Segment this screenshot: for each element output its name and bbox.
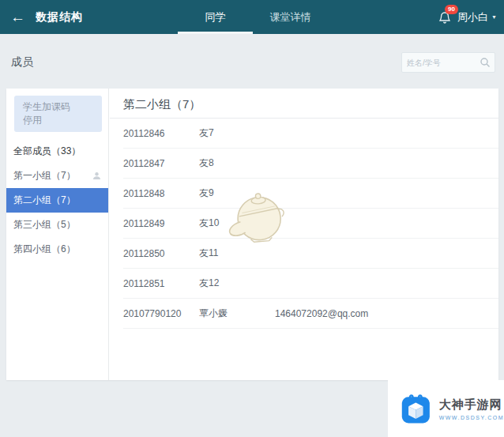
- topbar: ← 数据结构 同学 课堂详情 90 周小: [0, 0, 504, 34]
- tab-label: 课堂详情: [270, 11, 311, 23]
- table-row[interactable]: 20107790120 覃小媛 1464072092@qq.com: [123, 299, 498, 329]
- group-label: 第一小组（7）: [13, 169, 76, 183]
- site-url: WWW.DSDSY.COM: [439, 415, 504, 420]
- chevron-down-icon: ▼: [491, 14, 497, 20]
- table-row[interactable]: 20112848 友9: [123, 179, 498, 209]
- member-name: 覃小媛: [199, 307, 275, 320]
- table-row[interactable]: 20112851 友12: [123, 269, 498, 299]
- sidebar-group-item[interactable]: 第二小组（7）: [6, 188, 108, 213]
- sidebar-group-item[interactable]: 全部成员（33）: [6, 139, 108, 164]
- group-label: 第三小组（5）: [13, 218, 76, 232]
- notification-badge: 90: [445, 5, 458, 14]
- member-name: 友8: [199, 156, 275, 170]
- notification-bell-button[interactable]: 90: [438, 10, 452, 24]
- member-id: 20112851: [123, 278, 199, 289]
- group-title: 第二小组（7）: [110, 89, 498, 119]
- member-id: 20112847: [123, 158, 199, 169]
- table-row[interactable]: 20112849 友10: [123, 209, 498, 239]
- member-panel: 第二小组（7） 20112846 友7 20112847 友8: [110, 89, 498, 380]
- member-table: 20112846 友7 20112847 友8 20112848 友9: [110, 119, 498, 329]
- cube-logo-icon: [400, 391, 432, 426]
- group-list: 全部成员（33） 第一小组（7）: [6, 139, 108, 262]
- member-id: 20112850: [123, 248, 199, 259]
- member-name: 友7: [199, 126, 275, 140]
- member-name: 友10: [199, 217, 275, 230]
- member-email: 1464072092@qq.com: [275, 308, 498, 319]
- table-row[interactable]: 20112846 友7: [123, 119, 498, 149]
- tab-label: 同学: [205, 11, 226, 23]
- member-id: 20112848: [123, 188, 199, 199]
- page-title: 成员: [11, 55, 33, 70]
- join-code-status: 停用: [23, 114, 93, 127]
- table-row[interactable]: 20112850 友11: [123, 239, 498, 269]
- members-card: 学生加课码 停用 全部成员（33）: [6, 89, 498, 380]
- search-input[interactable]: [407, 54, 480, 71]
- sidebar-group-item[interactable]: 第一小组（7）: [6, 164, 108, 188]
- search-box: [401, 52, 495, 73]
- back-arrow-icon[interactable]: ←: [10, 9, 25, 24]
- group-label: 全部成员（33）: [13, 145, 81, 158]
- member-id: 20107790120: [123, 308, 199, 319]
- site-name: 大神手游网: [439, 397, 504, 413]
- tab[interactable]: 同学: [178, 0, 253, 34]
- join-code-box[interactable]: 学生加课码 停用: [14, 96, 102, 132]
- tab[interactable]: 课堂详情: [253, 0, 328, 34]
- site-logo: 大神手游网 WWW.DSDSY.COM: [388, 380, 504, 437]
- member-id: 20112849: [123, 218, 199, 229]
- member-id: 20112846: [123, 128, 199, 139]
- person-icon: [92, 171, 101, 180]
- group-label: 第四小组（6）: [13, 243, 76, 256]
- sidebar: 学生加课码 停用 全部成员（33）: [6, 89, 109, 380]
- member-name: 友11: [199, 247, 275, 260]
- member-name: 友12: [199, 277, 275, 290]
- join-code-title: 学生加课码: [23, 100, 93, 114]
- member-name: 友9: [199, 186, 275, 200]
- user-menu[interactable]: 周小白 ▼: [457, 10, 497, 24]
- search-icon[interactable]: [480, 57, 491, 68]
- group-label: 第二小组（7）: [13, 194, 76, 207]
- app-title: 数据结构: [36, 10, 83, 24]
- user-name: 周小白: [457, 10, 488, 24]
- sidebar-group-item[interactable]: 第三小组（5）: [6, 213, 108, 237]
- screen: ← 数据结构 同学 课堂详情 90 周小: [0, 0, 504, 437]
- tab-bar: 同学 课堂详情: [178, 0, 328, 34]
- table-row[interactable]: 20112847 友8: [123, 149, 498, 179]
- sidebar-group-item[interactable]: 第四小组（6）: [6, 237, 108, 262]
